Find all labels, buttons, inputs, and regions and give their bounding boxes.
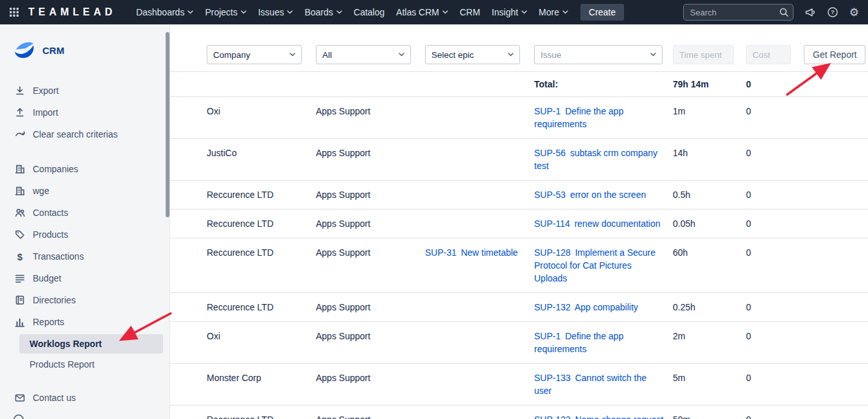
company-cell: Reccurence LTD [207, 246, 316, 259]
app-switcher-icon[interactable] [9, 7, 19, 17]
worklog-row: Reccurence LTD Apps Support SUP-123 Name… [170, 406, 868, 419]
worklog-row: JustiCo Apps Support SUP-56 subtask crm … [170, 139, 868, 181]
epic-link[interactable]: SUP-31 New timetable [425, 247, 518, 258]
issue-link[interactable]: SUP-114 renew documentation [534, 218, 661, 229]
chevron-down-icon [562, 10, 568, 14]
issue-cell: SUP-1 Define the app requirements [534, 330, 673, 355]
project-filter-select[interactable]: All [316, 45, 411, 64]
sidebar-item-wge[interactable]: wge [0, 180, 169, 202]
sidebar-item-clear-search[interactable]: Clear search criterias [0, 123, 169, 145]
cost-cell: 0 [746, 330, 868, 343]
chevron-down-icon [287, 10, 293, 14]
nav-menu-item[interactable]: More [533, 0, 574, 24]
search-input[interactable] [683, 4, 794, 21]
issue-filter-select[interactable]: Issue [534, 45, 663, 64]
worklogs-table: Total: 79h 14m 0 Oxi Apps Support [170, 71, 868, 419]
issue-link[interactable]: SUP-133 Cannot switch the user [534, 373, 647, 396]
nav-menu-item[interactable]: Projects [199, 0, 252, 24]
teamlead-logo[interactable]: TEAMLEAD [28, 6, 116, 18]
time-spent-input[interactable] [673, 45, 734, 64]
company-cell: Reccurence LTD [207, 188, 316, 201]
nav-menu-item[interactable]: CRM [454, 0, 486, 24]
nav-menu-item[interactable]: Issues [252, 0, 299, 24]
chevron-down-icon [399, 53, 404, 57]
issue-link[interactable]: SUP-56 subtask crm company test [534, 148, 657, 171]
issue-link[interactable]: SUP-132 App compability [534, 302, 638, 312]
worklogs-report-panel: Company All Select epic Issue Get Report [170, 24, 868, 419]
sidebar-item-transactions[interactable]: $ Transactions [0, 245, 169, 267]
issue-link[interactable]: SUP-123 Name change request [534, 415, 663, 419]
crm-app-logo: CRM [12, 37, 169, 63]
total-time-spent: 79h 14m [673, 78, 746, 91]
sidebar-item-directories[interactable]: Directories [0, 289, 169, 311]
issue-link[interactable]: SUP-128 Implement a Secure Protocol for … [534, 247, 655, 283]
chevron-down-icon [650, 53, 656, 57]
building-icon [14, 163, 26, 175]
sidebar-item-budget[interactable]: Budget [0, 267, 169, 289]
issue-link[interactable]: SUP-1 Define the app requirements [534, 106, 623, 129]
company-cell: Reccurence LTD [207, 413, 316, 419]
dollar-icon: $ [14, 251, 26, 262]
project-cell: Apps Support [316, 188, 425, 201]
help-icon[interactable]: ? [827, 6, 838, 18]
time-spent-cell: 2m [673, 330, 746, 343]
nav-menu-item[interactable]: Insight [486, 0, 533, 24]
issue-cell: SUP-53 error on the screen [534, 188, 673, 201]
announcements-icon[interactable] [804, 6, 816, 18]
nav-menu-item[interactable]: Catalog [348, 0, 390, 24]
company-filter-select[interactable]: Company [207, 45, 302, 64]
primary-nav: Dashboards Projects Issues Boards Catalo… [130, 0, 574, 24]
worklog-row: Reccurence LTD Apps Support SUP-31 New t… [170, 238, 868, 293]
issue-cell: SUP-114 renew documentation [534, 217, 673, 230]
sidebar-item-products-report[interactable]: Products Report [19, 355, 163, 374]
time-spent-cell: 0.25h [673, 301, 746, 314]
worklog-row: Reccurence LTD Apps Support SUP-114 rene… [170, 209, 868, 238]
nav-menu-label: Issues [258, 7, 284, 17]
issue-cell: SUP-1 Define the app requirements [534, 105, 673, 130]
cost-input[interactable] [746, 45, 791, 64]
cost-cell: 0 [746, 413, 868, 419]
time-spent-cell: 1m [673, 105, 746, 118]
issue-link[interactable]: SUP-1 Define the app requirements [534, 331, 623, 354]
create-button[interactable]: Create [580, 4, 624, 21]
time-spent-cell: 5m [673, 371, 746, 384]
project-cell: Apps Support [316, 246, 425, 259]
nav-menu-label: Catalog [354, 7, 385, 17]
sidebar-item-contact-us[interactable]: Contact us [0, 387, 169, 409]
chevron-down-icon [336, 10, 342, 14]
nav-menu-label: CRM [460, 7, 480, 17]
nav-menu-item[interactable]: Boards [299, 0, 347, 24]
sidebar-item-companies[interactable]: Companies [0, 158, 169, 180]
sidebar-item-reports[interactable]: Reports [0, 311, 169, 333]
sidebar-item-export[interactable]: Export [0, 80, 169, 102]
project-cell: Apps Support [316, 217, 425, 230]
total-cost: 0 [746, 78, 868, 91]
nav-menu-item[interactable]: Dashboards [130, 0, 200, 24]
cost-cell: 0 [746, 188, 868, 201]
sidebar-item-products[interactable]: Products [0, 224, 169, 245]
cost-cell: 0 [746, 105, 868, 118]
sidebar-item-contacts[interactable]: Contacts [0, 202, 169, 224]
nav-menu-item[interactable]: Atlas CRM [390, 0, 454, 24]
sidebar-item-worklogs-report[interactable]: Worklogs Report [19, 334, 163, 353]
project-cell: Apps Support [316, 371, 425, 384]
issue-link[interactable]: SUP-53 error on the screen [534, 190, 646, 200]
issue-cell: SUP-128 Implement a Secure Protocol for … [534, 246, 673, 285]
epic-filter-select[interactable]: Select epic [425, 45, 520, 64]
chevron-down-icon [521, 10, 527, 14]
sidebar-item-import[interactable]: Import [0, 102, 169, 123]
issue-cell: SUP-132 App compability [534, 301, 673, 314]
help-circle-icon[interactable] [13, 414, 24, 419]
chevron-down-icon [290, 53, 295, 57]
cost-cell: 0 [746, 217, 868, 230]
worklog-row: Oxi Apps Support SUP-1 Define the app re… [170, 322, 868, 364]
sidebar-scrollbar[interactable] [166, 32, 169, 217]
settings-gear-icon[interactable]: ⚙ [849, 7, 859, 18]
time-spent-cell: 0.05h [673, 217, 746, 230]
get-report-button[interactable]: Get Report [804, 45, 865, 64]
total-label: Total: [534, 78, 673, 91]
company-cell: Oxi [207, 330, 316, 343]
nav-menu-label: Insight [492, 7, 518, 17]
nav-menu-label: Dashboards [136, 7, 185, 17]
worklog-row: Oxi Apps Support SUP-1 Define the app re… [170, 97, 868, 139]
